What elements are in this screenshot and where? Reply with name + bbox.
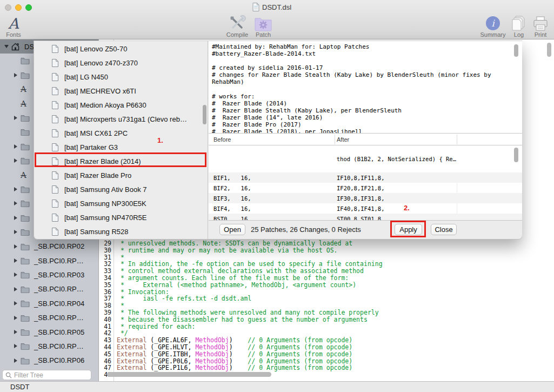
annotation-box-selected-patch — [35, 152, 206, 167]
patch-list-item[interactable]: [bat] Lenovo Z50-70 — [34, 42, 208, 56]
toolbar-compile-label: Compile — [221, 31, 254, 38]
disclosure-triangle[interactable] — [14, 330, 17, 334]
code-line[interactable]: 41 * required for each: — [99, 323, 554, 330]
patch-list: [bat] Lenovo Z50-70[bat] Lenovo z470-z37… — [34, 41, 208, 239]
disclosure-triangle[interactable] — [14, 244, 17, 249]
tree-row--sb-pci0-rp04[interactable]: _SB.PCI0.RP04 — [0, 296, 98, 310]
patch-list-item-label: [bat] Medion Akoya P6630 — [64, 101, 146, 109]
close-button[interactable]: Close — [431, 224, 457, 235]
disclosure-triangle[interactable] — [14, 358, 17, 363]
disclosure-triangle[interactable] — [14, 73, 17, 77]
patch-list-item[interactable] — [34, 238, 208, 239]
code-line-text: * runtime and may or may not be availabl… — [117, 247, 338, 254]
code-line[interactable]: 37 * iasl -fe refs.txt -d dsdt.aml — [99, 295, 554, 302]
patch-list-item[interactable]: [bat] MSI CX61 2PC — [34, 126, 208, 140]
document-icon — [52, 87, 58, 95]
filter-tree-field[interactable] — [2, 370, 91, 380]
patch-list-item[interactable]: [bat] Samsung NP470R5E — [34, 210, 208, 224]
patch-list-item[interactable]: [bat] Medion Akoya P6630 — [34, 98, 208, 112]
disclosure-triangle[interactable] — [4, 45, 9, 48]
patch-list-item-label: [bat] Razer Blade Pro — [64, 171, 131, 180]
code-line-text: * iasl -fe refs.txt -d dsdt.aml — [117, 295, 251, 302]
patch-list-item[interactable]: [bat] Microxperts u731ga1 (Clevo reb… — [34, 112, 208, 126]
tree-row--sb-pci0-rp-[interactable]: _SB.PCI0.RP… — [0, 254, 98, 268]
folder-icon — [21, 328, 30, 336]
patch-list-item[interactable]: [bat] MECHREVO x6TI — [34, 84, 208, 98]
filter-tree-input[interactable] — [14, 371, 84, 379]
tree-row--sb-pci0-rp05[interactable]: _SB.PCI0.RP05 — [0, 325, 98, 339]
diff-before-cell: BIF1, 16, — [213, 175, 251, 181]
code-line[interactable]: 47External (_GPE.P1L6, MethodObj) // 0 A… — [99, 364, 554, 371]
close-window-button[interactable] — [5, 4, 11, 11]
patch-list-item[interactable]: [bat] Samsung Ativ Book 7 — [34, 182, 208, 196]
diff-row[interactable]: BIF4, 16,IF40,8,IF41,8, — [209, 203, 522, 214]
scope-icon: A — [21, 170, 26, 180]
tree-row-label: _SB.PCI0.RP… — [34, 285, 84, 293]
disclosure-triangle[interactable] — [14, 287, 17, 291]
toolbar-log-button[interactable]: Log — [508, 14, 530, 38]
disclosure-triangle[interactable] — [14, 316, 17, 320]
diff-row[interactable]: BIF1, 16,IF10,8,IF11,8, — [209, 172, 522, 183]
document-icon — [52, 129, 58, 137]
editor-horizontal-scrollbar[interactable] — [107, 372, 271, 377]
status-bar-table-name: DSDT — [10, 383, 29, 391]
zoom-window-button[interactable] — [25, 4, 32, 11]
patch-list-item-label: [bat] Partaker G3 — [64, 143, 118, 151]
patch-list-scrollbar[interactable] — [203, 105, 206, 124]
tree-row-label: _SB.PCI0.RP… — [34, 257, 84, 265]
disclosure-triangle[interactable] — [14, 344, 17, 348]
document-icon — [52, 143, 58, 151]
patch-dialog: [bat] Lenovo Z50-70[bat] Lenovo z470-z37… — [34, 41, 522, 240]
toolbar-patch-button[interactable]: Patch — [250, 14, 277, 38]
patch-list-item-label: [bat] Microxperts u731ga1 (Clevo reb… — [64, 115, 187, 123]
tree-row-label: _SB.PCI0.RP… — [34, 314, 84, 322]
patch-list-item[interactable]: [bat] Lenovo z470-z370 — [34, 56, 208, 70]
folder-icon — [21, 57, 30, 64]
editor-vertical-scrollbar[interactable] — [547, 43, 551, 57]
diff-table-body: Method (B1B2, 2, NotSerialized) { Re… BI… — [209, 145, 522, 221]
tree-row--sb-pci0-rp02[interactable]: _SB.PCI0.RP02 — [0, 240, 98, 254]
document-icon — [52, 228, 58, 236]
toolbar-fonts-button[interactable]: A Fonts — [1, 14, 26, 38]
disclosure-triangle[interactable] — [14, 273, 17, 277]
tree-row--sb-pci0-rp-[interactable]: _SB.PCI0.RP… — [0, 311, 98, 325]
disclosure-triangle[interactable] — [14, 258, 17, 263]
diff-row[interactable]: BIF3, 16,IF30,8,IF31,8, — [209, 193, 522, 203]
tree-row-label: DS — [24, 43, 34, 51]
toolbar-compile-button[interactable]: Compile — [221, 14, 254, 38]
folder-icon — [21, 314, 30, 322]
toolbar-summary-button[interactable]: i Summary — [477, 14, 509, 38]
tree-row--sb-pci0-rp03[interactable]: _SB.PCI0.RP03 — [0, 268, 98, 282]
disclosure-triangle[interactable] — [14, 216, 17, 220]
patch-list-item[interactable]: [bat] Razer Blade Pro — [34, 168, 208, 182]
code-line[interactable]: 30 * runtime and may or may not be avail… — [99, 247, 554, 254]
disclosure-triangle[interactable] — [14, 116, 17, 120]
line-number: 45 — [99, 351, 111, 358]
patch-list-item[interactable]: [bat] LG N450 — [34, 70, 208, 84]
toolbar-print-button[interactable]: Print — [529, 14, 552, 38]
disclosure-triangle[interactable] — [14, 230, 17, 234]
diff-table-scrollbar[interactable] — [514, 148, 518, 162]
patch-list-item[interactable]: [bat] Samsung NP300E5K — [34, 196, 208, 210]
patch-text-scrollbar[interactable] — [514, 44, 518, 57]
folder-icon — [21, 228, 30, 236]
tree-row-label: _SB.PCI0.RP04 — [34, 300, 84, 308]
disclosure-triangle[interactable] — [14, 158, 17, 163]
disclosure-triangle[interactable] — [14, 144, 17, 149]
minimize-window-button[interactable] — [15, 4, 22, 11]
folder-icon — [21, 157, 30, 164]
document-icon — [52, 101, 58, 109]
disclosure-triangle[interactable] — [14, 301, 17, 305]
patch-text-view[interactable]: #Maintained by: RehabMan for: Laptop Pat… — [209, 41, 522, 134]
disclosure-triangle[interactable] — [14, 201, 17, 205]
tree-row--sb-pci0-rp06[interactable]: _SB.PCI0.RP06 — [0, 354, 98, 368]
patch-list-item[interactable]: [bat] Samsung R528 — [34, 224, 208, 238]
diff-row[interactable]: BIF2, 16,IF20,8,IF21,8, — [209, 183, 522, 193]
diff-row-method[interactable]: Method (B1B2, 2, NotSerialized) { Re… — [209, 145, 522, 172]
tree-row--sb-pci0-rp-[interactable]: _SB.PCI0.RP… — [0, 339, 98, 353]
disclosure-triangle[interactable] — [14, 187, 17, 191]
window-title: DSDT.dsl — [262, 3, 291, 11]
open-button[interactable]: Open — [219, 224, 245, 235]
log-icon — [508, 14, 530, 31]
tree-row--sb-pci0-rp-[interactable]: _SB.PCI0.RP… — [0, 282, 98, 296]
